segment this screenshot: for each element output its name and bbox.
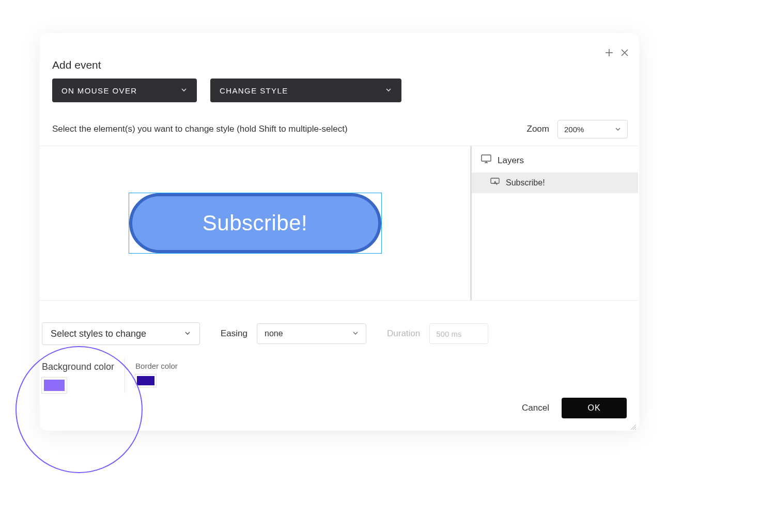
chevron-down-icon bbox=[615, 125, 621, 134]
background-color-block: Background color bbox=[40, 357, 125, 399]
add-event-panel: Add event ON MOUSE OVER CHANGE STYLE Sel… bbox=[40, 33, 639, 431]
layer-item-subscribe[interactable]: Subscribe! bbox=[472, 173, 638, 193]
monitor-icon bbox=[481, 154, 491, 166]
border-color-block: Border color bbox=[125, 357, 188, 393]
resize-handle-icon[interactable] bbox=[631, 423, 636, 428]
layers-panel: Layers Subscribe! bbox=[470, 146, 638, 301]
zoom-select[interactable]: 200% bbox=[557, 120, 628, 138]
ok-button-label: OK bbox=[587, 403, 600, 413]
duration-label: Duration bbox=[387, 328, 420, 339]
instruction-text: Select the element(s) you want to change… bbox=[52, 124, 348, 134]
ok-button[interactable]: OK bbox=[562, 398, 627, 418]
event-trigger-label: ON MOUSE OVER bbox=[61, 86, 137, 95]
layer-item-label: Subscribe! bbox=[506, 178, 545, 187]
duration-value: 500 ms bbox=[436, 330, 461, 338]
duration-input[interactable]: 500 ms bbox=[429, 323, 488, 344]
layers-header: Layers bbox=[472, 146, 638, 173]
add-icon[interactable] bbox=[604, 48, 614, 58]
styles-select-label: Select styles to change bbox=[51, 328, 146, 339]
subscribe-button-text: Subscribe! bbox=[203, 211, 307, 236]
event-config-row: ON MOUSE OVER CHANGE STYLE bbox=[52, 79, 401, 102]
styles-to-change-select[interactable]: Select styles to change bbox=[42, 322, 200, 345]
border-color-label: Border color bbox=[135, 362, 178, 370]
selection-outline: Subscribe! bbox=[129, 193, 382, 254]
easing-label: Easing bbox=[221, 328, 247, 339]
color-swatches-row: Background color Border color bbox=[40, 357, 188, 399]
easing-select[interactable]: none bbox=[257, 323, 366, 344]
event-action-select[interactable]: CHANGE STYLE bbox=[210, 79, 401, 102]
svg-rect-0 bbox=[482, 155, 491, 161]
zoom-label: Zoom bbox=[527, 124, 549, 134]
panel-window-controls bbox=[604, 48, 630, 58]
subscribe-button-preview[interactable]: Subscribe! bbox=[129, 193, 381, 253]
close-icon[interactable] bbox=[619, 48, 630, 58]
event-trigger-select[interactable]: ON MOUSE OVER bbox=[52, 79, 197, 102]
chevron-down-icon bbox=[180, 86, 188, 95]
panel-title: Add event bbox=[52, 59, 101, 71]
chevron-down-icon bbox=[352, 329, 359, 338]
chevron-down-icon bbox=[184, 328, 191, 339]
event-action-label: CHANGE STYLE bbox=[220, 86, 288, 95]
button-layer-icon bbox=[490, 178, 500, 188]
duration-control: Duration 500 ms bbox=[387, 323, 488, 344]
cancel-button[interactable]: Cancel bbox=[522, 403, 549, 413]
easing-value: none bbox=[265, 329, 283, 338]
style-config-row: Select styles to change Easing none Dura… bbox=[40, 315, 639, 345]
canvas-area[interactable]: Subscribe! bbox=[40, 146, 470, 301]
background-color-label: Background color bbox=[42, 362, 114, 372]
zoom-value: 200% bbox=[564, 125, 584, 134]
chevron-down-icon bbox=[385, 86, 392, 95]
border-color-swatch[interactable] bbox=[135, 374, 156, 387]
zoom-control: Zoom 200% bbox=[527, 120, 628, 138]
footer-actions: Cancel OK bbox=[522, 398, 627, 418]
easing-control: Easing none bbox=[221, 323, 366, 344]
layers-header-label: Layers bbox=[498, 155, 524, 166]
background-color-swatch[interactable] bbox=[42, 378, 67, 393]
